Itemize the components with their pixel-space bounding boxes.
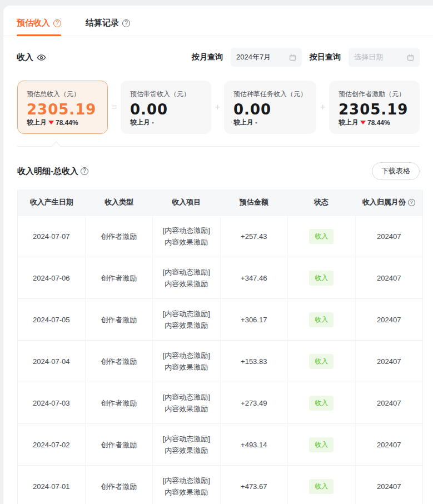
table-row: 2024-07-07 创作者激励 [内容动态激励]内容效果激励 +257.43 … [18,215,422,257]
cell-date: 2024-07-06 [18,257,86,298]
month-picker-value: 2024年7月 [236,52,271,62]
cell-date: 2024-07-05 [18,299,86,340]
cell-status: 收入 [288,299,356,340]
status-badge: 收入 [309,354,334,369]
card-goods-income[interactable]: 预估带货收入（元） 0.00 较上月 - [121,81,211,134]
tab-estimated-income[interactable]: 预估收入 ? [17,18,61,36]
card-total-income[interactable]: 预估总收入（元） 2305.19 较上月 78.44% [17,81,108,134]
status-badge: 收入 [309,437,334,452]
cell-month: 202407 [356,216,423,257]
card-title: 预估总收入（元） [27,89,98,99]
card-compare: 较上月 - [130,118,202,127]
month-query-label: 按月查询 [192,52,223,62]
cell-date: 2024-07-04 [18,341,86,382]
cards-divider [17,146,420,147]
cell-status: 收入 [288,382,356,423]
cell-month: 202407 [356,466,423,504]
caret-up-notch [52,142,61,151]
status-badge: 收入 [309,396,334,411]
col-header-date: 收入产生日期 [18,189,85,215]
help-icon[interactable]: ? [81,167,88,175]
cell-date: 2024-07-02 [18,424,86,465]
tab-settlement-records-label: 结算记录 [86,18,119,28]
calendar-icon [289,54,296,61]
income-label-text: 收入 [17,52,33,63]
help-icon[interactable]: ? [122,19,130,27]
filter-row: 收入 按月查询 2024年7月 [3,47,433,67]
detail-section-title: 收入明细-总收入 ? [17,166,88,177]
status-badge: 收入 [309,312,334,327]
cell-project: [内容动态激励]内容效果激励 [153,257,221,298]
cell-amount: +273.49 [221,382,288,423]
table-row: 2024-07-02 创作者激励 [内容动态激励]内容效果激励 +493.14 … [18,423,422,465]
card-value: 0.00 [130,101,202,118]
date-filters: 按月查询 2024年7月 按日查询 选择日期 [192,48,420,67]
cell-amount: +473.67 [221,466,288,504]
status-badge: 收入 [309,479,334,494]
table-header-row: 收入产生日期 收入类型 收入项目 预估金额 状态 收入归属月份 ? [18,189,422,215]
cell-month: 202407 [356,382,423,423]
card-title: 预估创作者激励（元） [339,89,410,99]
cell-type: 创作者激励 [86,382,153,423]
cell-type: 创作者激励 [86,466,153,504]
tabs-bar: 预估收入 ? 结算记录 ? [3,6,433,36]
col-header-month: 收入归属月份 ? [355,189,422,215]
eye-icon[interactable] [37,53,46,62]
card-value: 0.00 [233,101,307,118]
card-compare: 较上月 - [233,118,307,127]
day-query-label: 按日查询 [310,52,341,62]
status-badge: 收入 [309,271,334,286]
cell-date: 2024-07-07 [18,216,86,257]
cell-month: 202407 [356,424,423,465]
tab-estimated-income-label: 预估收入 [17,18,50,28]
col-header-status: 状态 [287,189,355,215]
cell-status: 收入 [288,424,356,465]
table-row: 2024-07-04 创作者激励 [内容动态激励]内容效果激励 +153.83 … [18,340,422,382]
cell-type: 创作者激励 [86,299,153,340]
month-picker-input[interactable]: 2024年7月 [231,48,302,67]
cell-date: 2024-07-01 [18,466,86,504]
download-table-button[interactable]: 下载表格 [372,162,420,180]
col-header-type: 收入类型 [85,189,152,215]
cell-status: 收入 [288,341,356,382]
tab-settlement-records[interactable]: 结算记录 ? [86,18,130,36]
col-header-amount: 预估金额 [220,189,287,215]
day-picker-input[interactable]: 选择日期 [349,48,420,67]
card-title: 预估带货收入（元） [130,89,202,99]
card-title: 预估种草任务收入（元） [233,89,307,99]
calendar-icon [407,54,414,61]
cell-date: 2024-07-03 [18,382,86,423]
card-value: 2305.19 [339,101,410,118]
trend-down-icon [48,121,54,124]
table-row: 2024-07-01 创作者激励 [内容动态激励]内容效果激励 +473.67 … [18,465,422,504]
cell-status: 收入 [288,257,356,298]
cell-amount: +153.83 [221,341,288,382]
table-row: 2024-07-05 创作者激励 [内容动态激励]内容效果激励 +306.17 … [18,298,422,340]
table-row: 2024-07-06 创作者激励 [内容动态激励]内容效果激励 +347.46 … [18,257,422,298]
cell-project: [内容动态激励]内容效果激励 [153,382,221,423]
cell-project: [内容动态激励]内容效果激励 [153,299,221,340]
col-header-project: 收入项目 [153,189,220,215]
cell-type: 创作者激励 [86,341,153,382]
cell-amount: +347.46 [221,257,288,298]
cell-amount: +257.43 [221,216,288,257]
cell-amount: +306.17 [221,299,288,340]
income-section-label: 收入 [17,52,46,63]
card-seeding-task-income[interactable]: 预估种草任务收入（元） 0.00 较上月 - [224,81,316,134]
plus-connector: + [211,81,224,134]
status-badge: 收入 [309,229,334,244]
cell-status: 收入 [288,216,356,257]
card-value: 2305.19 [27,101,98,118]
equals-connector: = [108,81,121,134]
card-creator-incentive[interactable]: 预估创作者激励（元） 2305.19 较上月 78.44% [329,81,420,134]
cell-type: 创作者激励 [86,257,153,298]
cell-type: 创作者激励 [86,216,153,257]
day-picker-placeholder: 选择日期 [354,52,383,62]
help-icon[interactable]: ? [408,199,415,206]
cell-month: 202407 [356,299,423,340]
cell-amount: +493.14 [221,424,288,465]
summary-cards: 预估总收入（元） 2305.19 较上月 78.44% = 预估带货收入（元） … [17,81,420,134]
help-icon[interactable]: ? [53,19,61,27]
trend-down-icon [360,121,366,124]
cell-project: [内容动态激励]内容效果激励 [153,424,221,465]
